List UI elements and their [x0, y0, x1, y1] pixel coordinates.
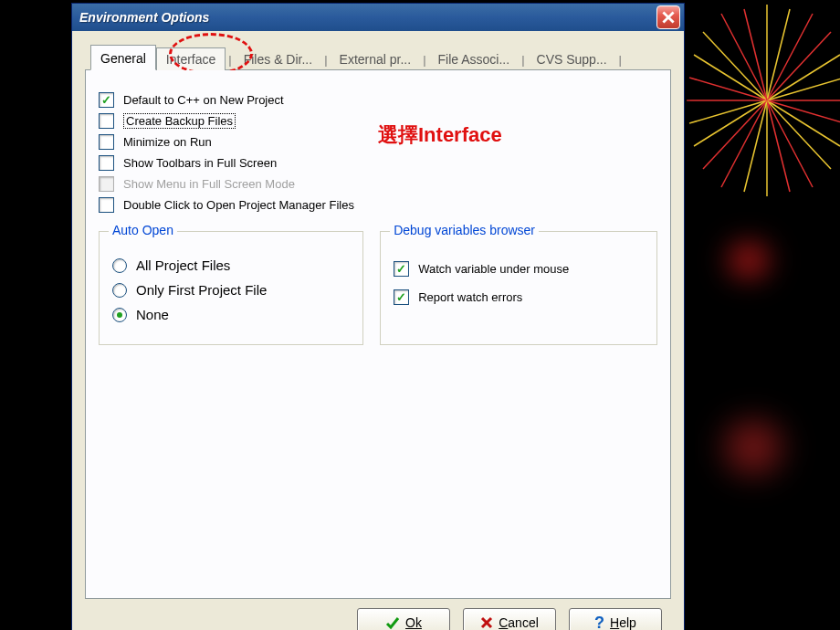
ok-label: Ok — [405, 615, 422, 630]
tab-cvs-support[interactable]: CVS Supp... — [528, 48, 616, 70]
option-dblclick-pm: Double Click to Open Project Manager Fil… — [99, 197, 657, 213]
tab-external-programs[interactable]: External pr... — [331, 48, 421, 70]
cancel-button[interactable]: Cancel — [463, 608, 556, 630]
option-report-errors: Report watch errors — [394, 289, 644, 305]
group-legend: Debug variables browser — [390, 223, 539, 237]
annotation-text: 選擇Interface — [378, 121, 502, 149]
checkbox-watch-mouse[interactable] — [394, 261, 409, 277]
tab-general[interactable]: General — [90, 45, 156, 70]
checkbox-default-cpp[interactable] — [99, 92, 114, 108]
svg-line-5 — [767, 100, 840, 146]
option-toolbars-full: Show Toolbars in Full Screen — [99, 155, 657, 171]
close-icon — [662, 11, 675, 24]
tab-interface[interactable]: Interface — [156, 47, 226, 70]
svg-line-14 — [767, 32, 831, 100]
svg-line-11 — [694, 55, 767, 100]
group-legend: Auto Open — [109, 223, 177, 237]
button-bar: Ok Cancel ? Help — [85, 599, 671, 630]
radio-label: Only First Project File — [136, 282, 267, 298]
radio-input[interactable] — [112, 308, 127, 322]
svg-line-21 — [689, 100, 767, 123]
svg-line-2 — [767, 14, 813, 100]
option-watch-mouse: Watch variable under mouse — [394, 261, 644, 277]
checkbox-minimize[interactable] — [99, 134, 114, 150]
group-debug-variables-browser: Debug variables browser Watch variable u… — [380, 231, 657, 345]
window-title: Environment Options — [79, 10, 209, 25]
checkbox-dblclick-pm[interactable] — [99, 197, 114, 213]
svg-line-19 — [744, 100, 767, 192]
svg-line-15 — [767, 78, 840, 100]
svg-line-22 — [689, 78, 767, 100]
checkbox-backup[interactable] — [99, 113, 114, 129]
radio-label: All Project Files — [136, 257, 230, 273]
option-menu-full: Show Menu in Full Screen Mode — [99, 176, 657, 192]
tab-strip: General Interface | Files & Dir... | Ext… — [85, 44, 671, 70]
svg-line-6 — [767, 100, 813, 187]
tab-file-associations[interactable]: File Associ... — [429, 48, 520, 70]
svg-line-23 — [703, 32, 767, 100]
environment-options-window: Environment Options General Interface | … — [71, 3, 685, 630]
tab-general-body: Default to C++ on New Project Create Bac… — [85, 70, 671, 599]
dialog-client: General Interface | Files & Dir... | Ext… — [72, 31, 684, 630]
radio-all-project-files: All Project Files — [112, 257, 350, 273]
option-label: Create Backup Files — [123, 113, 236, 129]
checkbox-report-errors[interactable] — [394, 289, 409, 305]
cancel-label: ancel — [508, 615, 538, 630]
option-label: Report watch errors — [418, 290, 522, 304]
svg-line-24 — [744, 9, 767, 100]
radio-label: None — [136, 307, 169, 322]
option-label: Show Toolbars in Full Screen — [123, 156, 277, 170]
titlebar[interactable]: Environment Options — [72, 4, 684, 31]
svg-point-0 — [763, 97, 771, 104]
group-auto-open: Auto Open All Project Files Only First P… — [99, 231, 363, 345]
svg-line-16 — [767, 100, 840, 123]
option-label: Minimize on Run — [123, 135, 212, 149]
svg-line-13 — [767, 9, 790, 100]
option-label: Show Menu in Full Screen Mode — [123, 177, 295, 191]
checkbox-menu-full — [99, 176, 114, 192]
x-icon — [480, 616, 493, 629]
svg-line-17 — [767, 100, 831, 169]
question-icon: ? — [594, 614, 604, 631]
option-label: Double Click to Open Project Manager Fil… — [123, 198, 354, 212]
radio-only-first-project-file: Only First Project File — [112, 282, 350, 298]
svg-line-12 — [721, 14, 767, 100]
checkbox-toolbars-full[interactable] — [99, 155, 114, 171]
radio-none: None — [112, 307, 350, 322]
check-icon — [385, 615, 400, 630]
tab-files-dir[interactable]: Files & Dir... — [235, 48, 321, 70]
svg-line-20 — [703, 100, 767, 169]
svg-line-3 — [767, 55, 840, 100]
help-label: elp — [619, 615, 636, 630]
radio-input[interactable] — [112, 283, 127, 298]
close-button[interactable] — [656, 5, 680, 29]
ok-button[interactable]: Ok — [357, 608, 450, 630]
svg-line-18 — [767, 100, 790, 192]
option-default-cpp: Default to C++ on New Project — [99, 92, 657, 108]
help-button[interactable]: ? Help — [569, 608, 662, 630]
svg-line-8 — [721, 100, 767, 187]
option-label: Default to C++ on New Project — [123, 93, 284, 107]
radio-input[interactable] — [112, 258, 127, 273]
option-label: Watch variable under mouse — [418, 262, 569, 276]
svg-line-9 — [694, 100, 767, 146]
